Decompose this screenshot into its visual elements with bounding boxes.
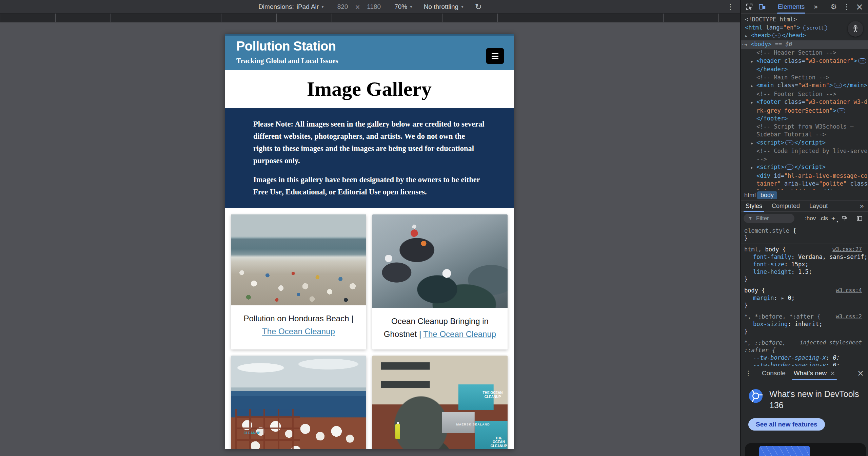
tab-computed[interactable]: Computed — [767, 200, 805, 212]
code-segment: font-family — [753, 253, 791, 260]
tab-whats-new[interactable]: What's new × — [790, 366, 840, 380]
dom-tree-node[interactable]: --> — [741, 155, 868, 164]
sidebar-layout-icon[interactable] — [854, 213, 865, 224]
style-rule[interactable]: element.style {} — [741, 225, 868, 244]
stylesheet-source-link[interactable]: w3.css:27 — [832, 246, 862, 253]
menu-button[interactable] — [486, 48, 504, 64]
breadcrumb-body[interactable]: body — [757, 191, 777, 199]
expand-arrow-icon[interactable]: ▸ — [751, 139, 756, 148]
expand-ellipsis-icon[interactable]: ⋯ — [785, 140, 793, 145]
dom-tree-node[interactable]: <div id="hl-aria-live-message-con — [741, 172, 868, 180]
code-segment: box-sizing — [753, 321, 788, 327]
ocean-cleanup-link[interactable]: The Ocean Cleanup — [423, 329, 496, 339]
expand-ellipsis-icon[interactable]: ⋯ — [834, 83, 842, 88]
expand-ellipsis-icon[interactable]: ⋯ — [785, 165, 793, 170]
throttling-select[interactable]: No throttling ▾ — [424, 3, 463, 11]
drawer: ⋮ Console What's new × × — [741, 366, 868, 456]
style-rule[interactable]: body {w3.css:4margin: ▸ 0;} — [741, 285, 868, 311]
dom-tree-node[interactable]: ▸<script>⋯</script> — [741, 163, 868, 172]
code-segment: > — [833, 107, 836, 114]
more-tabs-icon[interactable]: » — [810, 2, 822, 12]
dom-tree-node[interactable]: ▸<main class="w3-main">⋯</main> — [741, 81, 868, 90]
site-subtitle: Tracking Global and Local Issues — [236, 57, 514, 65]
expand-arrow-icon[interactable]: ▸ — [745, 32, 751, 40]
expand-arrow-icon[interactable]: ▸ — [751, 99, 756, 107]
css-property[interactable]: --tw-border-spacing-x: 0; — [744, 354, 865, 361]
dom-tree-node[interactable]: "visually-hidden"></div> — [741, 188, 868, 190]
settings-gear-icon[interactable]: ⚙ — [828, 2, 840, 12]
dom-tree-node[interactable]: <!-- Script from W3Schools – — [741, 123, 868, 131]
collapse-arrow-icon[interactable]: ▾ — [745, 41, 751, 49]
dom-tree-node[interactable]: </footer> — [741, 115, 868, 123]
toggle-hover-state[interactable]: :hov — [805, 215, 816, 222]
more-style-tabs-icon[interactable]: » — [860, 202, 864, 210]
css-property[interactable]: font-family: Verdana, sans-serif; — [744, 253, 865, 261]
drawer-menu-kebab-icon[interactable]: ⋮ — [745, 369, 752, 377]
device-toolbar-toggle-icon[interactable] — [756, 2, 768, 12]
stylesheet-source-link[interactable]: w3.css:4 — [836, 287, 862, 294]
tab-styles[interactable]: Styles — [741, 200, 767, 212]
code-segment: : Verdana, sans-serif; — [791, 253, 868, 260]
code-segment: </head> — [782, 32, 806, 39]
expand-arrow-icon[interactable]: ▸ — [751, 82, 756, 90]
node-menu-icon[interactable]: ⋯ — [742, 40, 746, 49]
height-input[interactable]: 1180 — [365, 2, 383, 11]
expand-arrow-icon[interactable]: ▸ — [751, 164, 756, 172]
expand-arrow-icon[interactable]: ▸ — [751, 58, 756, 66]
css-property[interactable]: box-sizing: inherit; — [744, 320, 865, 328]
dom-tree-node[interactable]: <!-- Main Section --> — [741, 74, 868, 82]
tab-elements[interactable]: Elements — [774, 0, 809, 14]
ocean-cleanup-link[interactable]: The Ocean Cleanup — [262, 327, 335, 336]
code-segment: } — [744, 235, 748, 242]
style-filter-pill[interactable] — [744, 214, 794, 223]
device-toolbar-more-icon[interactable]: ⋮ — [727, 2, 734, 11]
breadcrumb-html[interactable]: html — [744, 192, 756, 199]
dom-tree-node[interactable]: <!-- Footer Section --> — [741, 90, 868, 98]
dom-tree-node[interactable]: ▸<head>⋯</head> — [741, 32, 868, 40]
dom-tree-node[interactable]: ⋯▾<body> == $0 — [741, 40, 868, 49]
css-property[interactable]: margin: ▸ 0; — [744, 294, 865, 302]
toolbar-separator — [771, 3, 771, 10]
expand-ellipsis-icon[interactable]: ⋯ — [837, 108, 845, 113]
dom-tree-node[interactable]: ▸<footer class="w3-container w3-da — [741, 98, 868, 107]
device-preset-select[interactable]: Dimensions: iPad Air ▾ — [258, 3, 324, 11]
close-drawer-icon[interactable]: × — [857, 368, 864, 378]
dom-tree-node[interactable]: ▸<script>⋯</script> — [741, 139, 868, 148]
expand-ellipsis-icon[interactable]: ⋯ — [772, 33, 781, 38]
scroll-badge[interactable]: scroll — [803, 25, 827, 31]
dom-tree-node[interactable]: </header> — [741, 65, 868, 74]
expand-ellipsis-icon[interactable]: ⋯ — [858, 58, 866, 63]
close-tab-icon[interactable]: × — [830, 369, 835, 377]
style-rule[interactable]: *, *:before, *:after {w3.css:2box-sizing… — [741, 311, 868, 337]
css-property[interactable]: font-size: 15px; — [744, 261, 865, 268]
css-property[interactable]: --tw-border-spacing-y: 0; — [744, 361, 865, 366]
stylesheet-source-link[interactable]: w3.css:2 — [836, 313, 862, 320]
code-segment: class= — [784, 57, 805, 64]
dom-tree-node[interactable]: <!-- Code injected by live-server — [741, 147, 868, 155]
dom-tree-node[interactable]: <!DOCTYPE html> — [741, 16, 868, 24]
dom-tree-node[interactable]: <!-- Header Section --> — [741, 49, 868, 57]
style-rule[interactable]: html, body {w3.css:27font-family: Verdan… — [741, 244, 868, 285]
toggle-class[interactable]: .cls — [819, 215, 828, 222]
dom-tree-node[interactable]: ▸<header class="w3-container">⋯ — [741, 57, 868, 66]
rendering-emulation-icon[interactable] — [839, 213, 850, 224]
close-devtools-icon[interactable]: × — [854, 2, 865, 12]
see-all-features-button[interactable]: See all new features — [748, 418, 825, 431]
style-filter-input[interactable] — [755, 215, 789, 222]
width-input[interactable]: 820 — [335, 2, 350, 11]
zoom-select[interactable]: 70% ▾ — [394, 3, 412, 11]
inspect-element-icon[interactable] — [744, 2, 755, 12]
dom-tree-node[interactable]: Sidebar Tutorial --> — [741, 131, 868, 139]
feature-card[interactable] — [745, 443, 866, 456]
tab-console[interactable]: Console — [758, 366, 790, 380]
code-segment: : 15px; — [784, 261, 809, 268]
devtools-menu-kebab-icon[interactable]: ⋮ — [841, 2, 852, 12]
dom-tree-node[interactable]: rk-grey footerSection">⋯ — [741, 107, 868, 115]
new-style-rule-icon[interactable]: + ▾ — [831, 214, 835, 223]
tab-layout[interactable]: Layout — [805, 200, 832, 212]
rotate-icon[interactable]: ↻ — [475, 3, 482, 10]
style-rule[interactable]: *, ::before,injected stylesheet::after {… — [741, 337, 868, 366]
css-property[interactable]: line-height: 1.5; — [744, 268, 865, 276]
dom-tree-node[interactable]: <html lang="en">scroll — [741, 24, 868, 32]
dom-tree-node[interactable]: tainer" aria-live="polite" class= — [741, 180, 868, 188]
